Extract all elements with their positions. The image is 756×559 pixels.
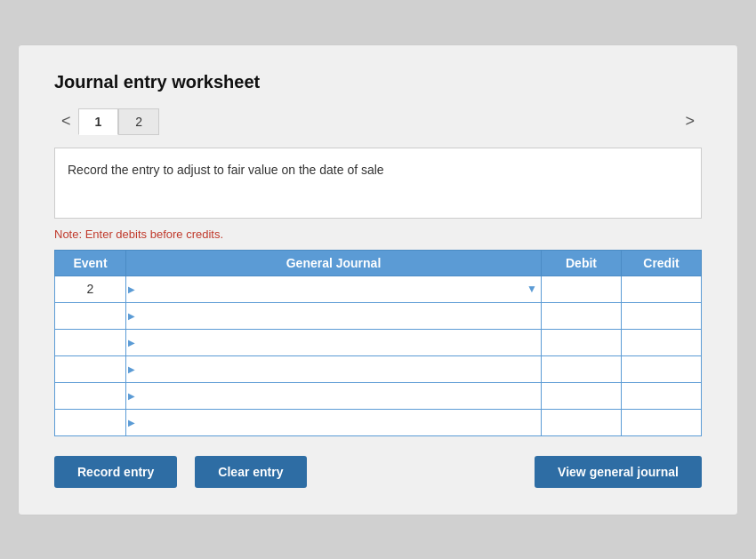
event-cell: 2 [55, 276, 126, 302]
event-cell [55, 409, 126, 435]
credit-input[interactable] [622, 383, 701, 409]
debit-input[interactable] [542, 330, 621, 355]
debit-input[interactable] [542, 410, 621, 435]
instruction-text: Record the entry to adjust to fair value… [68, 163, 384, 177]
note-text: Note: Enter debits before credits. [54, 228, 702, 241]
debit-input[interactable] [542, 356, 621, 382]
credit-cell[interactable] [622, 276, 702, 302]
table-row: ▶ [55, 409, 702, 435]
row-indicator-icon: ▶ [128, 311, 135, 321]
row-indicator-icon: ▶ [128, 391, 135, 401]
credit-cell[interactable] [622, 355, 702, 382]
tab-1[interactable]: 1 [78, 108, 119, 135]
debit-cell[interactable] [542, 276, 622, 302]
col-header-gj: General Journal [126, 250, 542, 276]
credit-input[interactable] [622, 410, 701, 435]
prev-tab-arrow[interactable]: < [54, 110, 78, 132]
credit-input[interactable] [622, 276, 701, 302]
general-journal-input[interactable] [126, 410, 541, 435]
journal-table: Event General Journal Debit Credit 2▶▼▶▶… [54, 250, 702, 436]
view-general-journal-button[interactable]: View general journal [535, 456, 702, 488]
debit-input[interactable] [542, 383, 621, 409]
event-cell [55, 302, 126, 329]
general-journal-cell[interactable]: ▶ [126, 409, 542, 435]
credit-cell[interactable] [622, 302, 702, 329]
buttons-row: Record entry Clear entry View general jo… [54, 456, 702, 488]
credit-cell[interactable] [622, 409, 702, 435]
journal-worksheet-container: Journal entry worksheet < 1 2 > Record t… [18, 44, 738, 515]
tabs-row: < 1 2 > [54, 108, 702, 135]
general-journal-input[interactable] [126, 356, 541, 382]
instruction-box: Record the entry to adjust to fair value… [54, 148, 702, 219]
debit-cell[interactable] [542, 382, 622, 409]
general-journal-input[interactable] [126, 276, 541, 302]
debit-input[interactable] [542, 276, 621, 302]
tab-2[interactable]: 2 [118, 108, 159, 135]
general-journal-input[interactable] [126, 330, 541, 355]
debit-input[interactable] [542, 303, 621, 329]
credit-input[interactable] [622, 303, 701, 329]
credit-cell[interactable] [622, 382, 702, 409]
col-header-credit: Credit [622, 250, 702, 276]
col-header-debit: Debit [542, 250, 622, 276]
table-row: ▶ [55, 302, 702, 329]
general-journal-cell[interactable]: ▶▼ [126, 276, 542, 302]
event-cell [55, 329, 126, 355]
debit-cell[interactable] [542, 302, 622, 329]
col-header-event: Event [55, 250, 126, 276]
event-cell [55, 355, 126, 382]
page-title: Journal entry worksheet [54, 72, 702, 92]
table-row: 2▶▼ [55, 276, 702, 302]
table-row: ▶ [55, 382, 702, 409]
general-journal-input[interactable] [126, 383, 541, 409]
debit-cell[interactable] [542, 409, 622, 435]
row-indicator-icon: ▶ [128, 284, 135, 294]
general-journal-cell[interactable]: ▶ [126, 355, 542, 382]
next-tab-arrow[interactable]: > [678, 110, 702, 132]
general-journal-cell[interactable]: ▶ [126, 329, 542, 355]
table-row: ▶ [55, 355, 702, 382]
debit-cell[interactable] [542, 355, 622, 382]
general-journal-cell[interactable]: ▶ [126, 382, 542, 409]
credit-input[interactable] [622, 330, 701, 355]
row-indicator-icon: ▶ [128, 338, 135, 347]
record-entry-button[interactable]: Record entry [54, 456, 177, 488]
clear-entry-button[interactable]: Clear entry [195, 456, 306, 488]
row-indicator-icon: ▶ [128, 364, 135, 374]
general-journal-input[interactable] [126, 303, 541, 329]
credit-cell[interactable] [622, 329, 702, 355]
general-journal-cell[interactable]: ▶ [126, 302, 542, 329]
table-row: ▶ [55, 329, 702, 355]
debit-cell[interactable] [542, 329, 622, 355]
credit-input[interactable] [622, 356, 701, 382]
event-cell [55, 382, 126, 409]
row-indicator-icon: ▶ [128, 418, 135, 427]
